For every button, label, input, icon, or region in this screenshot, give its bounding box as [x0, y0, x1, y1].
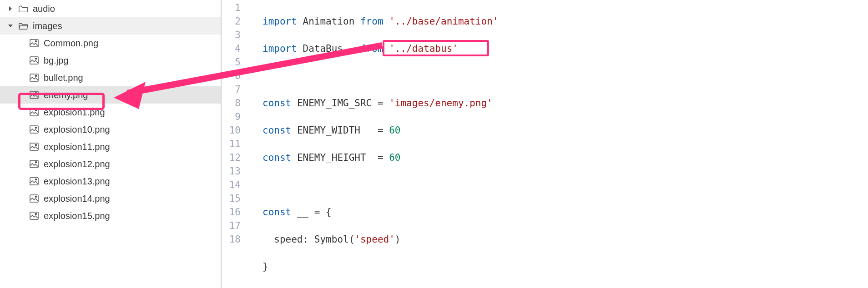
string-literal: 'speed' — [354, 234, 395, 245]
file-item-explosion12-png[interactable]: explosion12.png — [0, 155, 221, 173]
svg-point-5 — [35, 75, 37, 77]
folder-item-images[interactable]: images — [0, 17, 221, 35]
tree-item-label: explosion11.png — [44, 142, 221, 152]
svg-rect-6 — [30, 91, 38, 99]
keyword-import: import — [262, 43, 297, 54]
svg-point-7 — [35, 93, 37, 94]
svg-rect-18 — [30, 195, 38, 202]
tree-item-label: explosion13.png — [44, 176, 221, 187]
keyword-from: from — [360, 43, 384, 54]
property-key: speed — [274, 234, 303, 245]
number-literal: 60 — [389, 125, 400, 136]
svg-point-15 — [35, 162, 37, 163]
image-file-icon — [29, 159, 39, 169]
svg-point-17 — [35, 179, 37, 180]
image-file-icon — [29, 107, 39, 117]
svg-rect-12 — [30, 143, 38, 150]
svg-point-3 — [35, 58, 37, 60]
image-file-icon — [29, 211, 39, 221]
number-literal: 60 — [389, 152, 400, 163]
svg-rect-2 — [30, 57, 38, 64]
identifier: ENEMY_WIDTH — [297, 125, 360, 136]
identifier: DataBus — [303, 43, 343, 54]
tree-item-label: enemy.png — [44, 90, 221, 100]
file-item-Common-png[interactable]: Common.png — [0, 35, 221, 52]
tree-item-label: explosion1.png — [44, 107, 221, 118]
keyword-const: const — [262, 98, 291, 109]
tree-item-label: audio — [33, 4, 221, 14]
code-content[interactable]: import Animation from '../base/animation… — [249, 1, 868, 288]
keyword-const: const — [262, 125, 291, 136]
tree-item-label: explosion10.png — [44, 124, 221, 135]
identifier: ENEMY_IMG_SRC — [297, 98, 372, 109]
tree-item-label: explosion15.png — [44, 211, 221, 221]
svg-point-1 — [35, 41, 37, 42]
line-number-gutter: 123456789101112131415161718 — [222, 1, 249, 288]
svg-point-21 — [35, 214, 37, 215]
file-item-explosion15-png[interactable]: explosion15.png — [0, 207, 221, 224]
folder-icon — [18, 4, 28, 14]
svg-rect-14 — [30, 160, 38, 168]
svg-rect-4 — [30, 74, 38, 81]
identifier: __ — [297, 207, 308, 218]
image-file-icon — [29, 142, 39, 152]
file-item-explosion11-png[interactable]: explosion11.png — [0, 138, 221, 155]
file-item-explosion13-png[interactable]: explosion13.png — [0, 173, 221, 190]
image-file-icon — [29, 90, 39, 100]
image-file-icon — [29, 194, 39, 204]
svg-rect-20 — [30, 212, 38, 219]
svg-point-19 — [35, 196, 37, 198]
image-file-icon — [29, 124, 39, 134]
file-item-explosion10-png[interactable]: explosion10.png — [0, 121, 221, 138]
svg-rect-0 — [30, 40, 38, 47]
tree-item-label: bullet.png — [44, 73, 221, 83]
tree-item-label: images — [33, 21, 221, 31]
string-literal: '../base/animation' — [389, 16, 498, 27]
folder-item-audio[interactable]: audio — [0, 0, 221, 17]
file-item-bg-jpg[interactable]: bg.jpg — [0, 52, 221, 69]
identifier: ENEMY_HEIGHT — [297, 152, 366, 163]
identifier: Animation — [303, 16, 355, 27]
svg-rect-16 — [30, 178, 38, 185]
keyword-const: const — [262, 207, 291, 218]
svg-point-11 — [35, 127, 37, 129]
svg-rect-10 — [30, 126, 38, 133]
file-item-explosion14-png[interactable]: explosion14.png — [0, 190, 221, 207]
svg-rect-8 — [30, 109, 38, 116]
image-file-icon — [29, 38, 39, 48]
keyword-const: const — [262, 152, 291, 163]
keyword-import: import — [262, 16, 297, 27]
chevron-down-icon[interactable] — [7, 23, 14, 29]
chevron-right-icon[interactable] — [7, 5, 14, 12]
svg-point-13 — [35, 144, 37, 146]
file-item-enemy-png[interactable]: enemy.png — [0, 86, 221, 104]
image-file-icon — [29, 73, 39, 83]
svg-point-9 — [35, 110, 37, 111]
keyword-from: from — [360, 16, 384, 27]
tree-item-label: explosion12.png — [44, 159, 221, 169]
file-item-explosion1-png[interactable]: explosion1.png — [0, 104, 221, 121]
tree-item-label: explosion14.png — [44, 194, 221, 204]
string-literal: 'images/enemy.png' — [389, 98, 493, 109]
folder-icon — [18, 21, 28, 31]
file-item-bullet-png[interactable]: bullet.png — [0, 69, 221, 86]
image-file-icon — [29, 55, 39, 65]
annotation-highlight-string — [383, 40, 489, 56]
function-call: Symbol — [314, 234, 349, 245]
tree-item-label: bg.jpg — [44, 55, 221, 66]
code-editor[interactable]: 123456789101112131415161718 import Anima… — [222, 0, 868, 288]
file-tree-sidebar: audioimagesCommon.pngbg.jpgbullet.pngene… — [0, 0, 222, 288]
tree-item-label: Common.png — [44, 38, 221, 49]
image-file-icon — [29, 176, 39, 186]
